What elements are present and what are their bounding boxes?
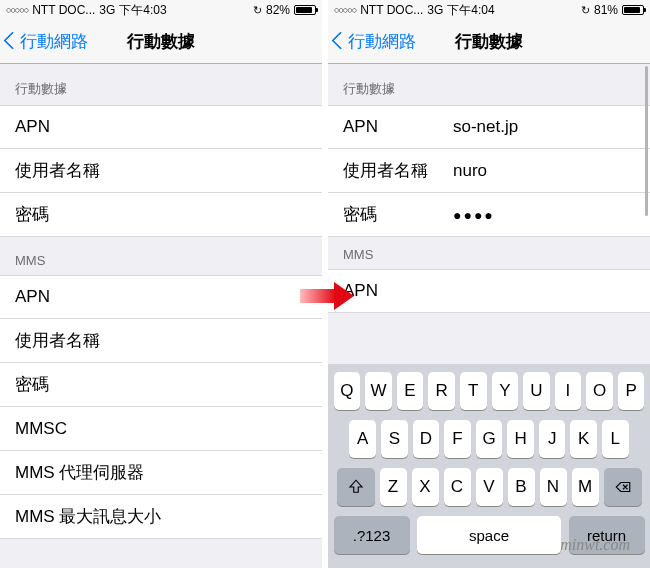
key-r[interactable]: R bbox=[428, 372, 455, 410]
key-g[interactable]: G bbox=[476, 420, 503, 458]
network-label: 3G bbox=[99, 3, 115, 17]
table-row[interactable]: 使用者名稱nuro bbox=[328, 149, 650, 193]
mms-apn-input[interactable] bbox=[453, 281, 650, 301]
keyboard-row: A S D F G H J K L bbox=[331, 420, 647, 458]
table-row[interactable]: APN bbox=[0, 275, 322, 319]
username-input[interactable] bbox=[125, 161, 322, 181]
table-row[interactable]: APNso-net.jp bbox=[328, 105, 650, 149]
key-x[interactable]: X bbox=[412, 468, 439, 506]
phone-left: ○○○○○ NTT DOC... 3G 下午4:03 ↻ 82% 行動網路 行動… bbox=[0, 0, 322, 568]
key-p[interactable]: P bbox=[618, 372, 645, 410]
status-bar: ○○○○○ NTT DOC... 3G 下午4:04 ↻ 81% bbox=[328, 0, 650, 20]
keyboard-row: Z X C V B N M bbox=[331, 468, 647, 506]
row-label: 密碼 bbox=[15, 203, 125, 226]
key-i[interactable]: I bbox=[555, 372, 582, 410]
key-v[interactable]: V bbox=[476, 468, 503, 506]
row-label: 使用者名稱 bbox=[343, 159, 453, 182]
row-label: 使用者名稱 bbox=[15, 159, 125, 182]
battery-icon bbox=[294, 5, 316, 15]
table-row[interactable]: MMS 最大訊息大小 bbox=[0, 495, 322, 539]
mms-password-input[interactable] bbox=[125, 375, 322, 395]
space-key[interactable]: space bbox=[417, 516, 561, 554]
row-label: 密碼 bbox=[343, 203, 453, 226]
table-row[interactable]: 密碼 bbox=[0, 363, 322, 407]
battery-pct: 81% bbox=[594, 3, 618, 17]
backspace-key[interactable] bbox=[604, 468, 642, 506]
row-label: APN bbox=[343, 281, 453, 301]
table-row[interactable]: 使用者名稱 bbox=[0, 319, 322, 363]
mms-apn-input[interactable] bbox=[125, 287, 322, 307]
row-label: MMS 最大訊息大小 bbox=[15, 505, 161, 528]
key-q[interactable]: Q bbox=[334, 372, 361, 410]
key-j[interactable]: J bbox=[539, 420, 566, 458]
signal-icon: ○○○○○ bbox=[334, 5, 356, 15]
section-header: 行動數據 bbox=[0, 64, 322, 105]
row-label: 密碼 bbox=[15, 373, 125, 396]
table-row[interactable]: APN bbox=[328, 269, 650, 313]
key-m[interactable]: M bbox=[572, 468, 599, 506]
password-input[interactable] bbox=[125, 205, 322, 225]
time-label: 下午4:04 bbox=[447, 2, 494, 19]
sync-icon: ↻ bbox=[581, 4, 590, 17]
back-button[interactable]: 行動網路 bbox=[0, 30, 88, 53]
status-bar: ○○○○○ NTT DOC... 3G 下午4:03 ↻ 82% bbox=[0, 0, 322, 20]
row-label: APN bbox=[15, 287, 125, 307]
table-row[interactable]: 使用者名稱 bbox=[0, 149, 322, 193]
carrier-label: NTT DOC... bbox=[32, 3, 95, 17]
password-input[interactable]: ●●●● bbox=[453, 207, 650, 223]
key-w[interactable]: W bbox=[365, 372, 392, 410]
sync-icon: ↻ bbox=[253, 4, 262, 17]
apn-input[interactable]: so-net.jp bbox=[453, 117, 650, 137]
username-input[interactable]: nuro bbox=[453, 161, 650, 181]
key-f[interactable]: F bbox=[444, 420, 471, 458]
mode-key[interactable]: .?123 bbox=[334, 516, 410, 554]
key-d[interactable]: D bbox=[413, 420, 440, 458]
chevron-left-icon bbox=[4, 32, 16, 52]
table-row[interactable]: MMSC bbox=[0, 407, 322, 451]
back-label: 行動網路 bbox=[20, 30, 88, 53]
watermark: minwt.com bbox=[560, 536, 630, 554]
mms-username-input[interactable] bbox=[125, 331, 322, 351]
phone-right: ○○○○○ NTT DOC... 3G 下午4:04 ↻ 81% 行動網路 行動… bbox=[328, 0, 650, 568]
key-c[interactable]: C bbox=[444, 468, 471, 506]
key-l[interactable]: L bbox=[602, 420, 629, 458]
key-h[interactable]: H bbox=[507, 420, 534, 458]
table-row[interactable]: 密碼 bbox=[0, 193, 322, 237]
table-row[interactable]: 密碼●●●● bbox=[328, 193, 650, 237]
row-label: MMS 代理伺服器 bbox=[15, 461, 144, 484]
network-label: 3G bbox=[427, 3, 443, 17]
section-header: 行動數據 bbox=[328, 64, 650, 105]
table-row[interactable]: APN bbox=[0, 105, 322, 149]
chevron-left-icon bbox=[332, 32, 344, 52]
key-n[interactable]: N bbox=[540, 468, 567, 506]
keyboard-row: Q W E R T Y U I O P bbox=[331, 372, 647, 410]
key-s[interactable]: S bbox=[381, 420, 408, 458]
row-label: MMSC bbox=[15, 419, 67, 439]
time-label: 下午4:03 bbox=[119, 2, 166, 19]
settings-list[interactable]: 行動數據 APN 使用者名稱 密碼 MMS APN 使用者名稱 密碼 MMSC … bbox=[0, 64, 322, 568]
key-u[interactable]: U bbox=[523, 372, 550, 410]
nav-bar: 行動網路 行動數據 bbox=[328, 20, 650, 64]
key-k[interactable]: K bbox=[570, 420, 597, 458]
shift-key[interactable] bbox=[337, 468, 375, 506]
key-e[interactable]: E bbox=[397, 372, 424, 410]
table-row[interactable]: MMS 代理伺服器 bbox=[0, 451, 322, 495]
key-z[interactable]: Z bbox=[380, 468, 407, 506]
key-y[interactable]: Y bbox=[492, 372, 519, 410]
carrier-label: NTT DOC... bbox=[360, 3, 423, 17]
apn-input[interactable] bbox=[125, 117, 322, 137]
key-a[interactable]: A bbox=[349, 420, 376, 458]
key-o[interactable]: O bbox=[586, 372, 613, 410]
row-label: APN bbox=[343, 117, 453, 137]
key-b[interactable]: B bbox=[508, 468, 535, 506]
battery-icon bbox=[622, 5, 644, 15]
nav-bar: 行動網路 行動數據 bbox=[0, 20, 322, 64]
signal-icon: ○○○○○ bbox=[6, 5, 28, 15]
back-button[interactable]: 行動網路 bbox=[328, 30, 416, 53]
section-header: MMS bbox=[328, 237, 650, 269]
back-label: 行動網路 bbox=[348, 30, 416, 53]
key-t[interactable]: T bbox=[460, 372, 487, 410]
arrow-icon bbox=[300, 282, 356, 310]
row-label: 使用者名稱 bbox=[15, 329, 125, 352]
row-label: APN bbox=[15, 117, 125, 137]
